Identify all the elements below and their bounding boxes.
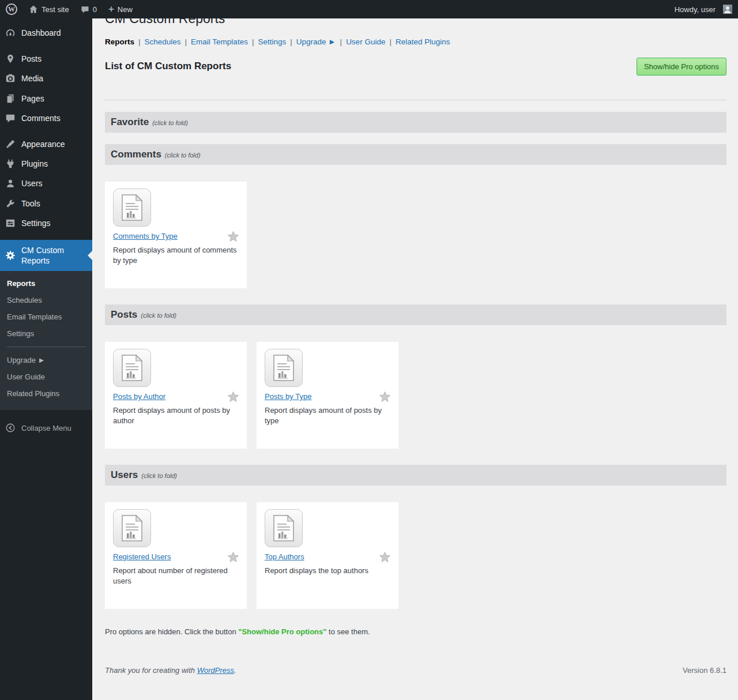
main-content: CM Custom Reports Reports|Schedules|Emai…	[92, 0, 738, 683]
footer-version: Version 6.8.1	[683, 666, 726, 675]
card-title-row: Posts by Type	[265, 392, 390, 402]
home-icon	[29, 5, 38, 14]
report-document-icon[interactable]	[113, 349, 151, 387]
posts-icon	[5, 54, 16, 64]
admin-menu: Dashboard Posts Media Pages	[0, 23, 92, 271]
plugins-icon	[5, 159, 16, 169]
sidebar-item-media[interactable]: Media	[0, 69, 92, 88]
pro-note-highlight: "Show/hide Pro options"	[238, 627, 326, 636]
sidebar-item-posts[interactable]: Posts	[0, 49, 92, 69]
section-fold-hint: (click to fold)	[141, 312, 176, 319]
submenu-item-reports[interactable]: Reports	[0, 275, 92, 292]
report-description: Report displays amount of comments by ty…	[113, 245, 239, 266]
list-header: List of CM Custom Reports Show/hide Pro …	[105, 58, 726, 76]
users-icon	[5, 178, 16, 189]
sidebar-item-plugins[interactable]: Plugins	[0, 154, 92, 174]
sidebar-item-cm-custom-reports[interactable]: CM Custom Reports	[0, 240, 92, 271]
report-link-posts-by-type[interactable]: Posts by Type	[265, 392, 311, 401]
wordpress-logo-icon: W	[6, 3, 17, 15]
section-title: Posts	[111, 309, 137, 321]
tab-settings[interactable]: Settings	[258, 37, 286, 46]
section-header-comments[interactable]: Comments (click to fold)	[105, 144, 726, 165]
tab-separator: |	[252, 37, 254, 46]
favorite-star-icon[interactable]	[379, 392, 390, 402]
submenu-item-schedules[interactable]: Schedules	[0, 292, 92, 308]
submenu-item-settings[interactable]: Settings	[0, 325, 92, 342]
tab-separator: |	[185, 37, 187, 46]
report-card-top-authors: Top Authors Report displays the top auth…	[257, 502, 398, 609]
list-heading: List of CM Custom Reports	[105, 61, 231, 72]
sidebar-item-label: Dashboard	[21, 28, 61, 38]
report-document-icon[interactable]	[265, 509, 303, 547]
sidebar-item-label: Appearance	[21, 139, 65, 149]
admin-bar-comments[interactable]: 0	[75, 0, 103, 18]
submenu-divider	[7, 347, 85, 347]
footer-thanks: Thank you for creating with WordPress.	[105, 666, 236, 675]
report-document-icon[interactable]	[113, 189, 151, 227]
card-title-row: Top Authors	[265, 552, 390, 562]
submenu-item-email-templates[interactable]: Email Templates	[0, 308, 92, 325]
report-link-posts-by-author[interactable]: Posts by Author	[113, 392, 165, 401]
favorite-star-icon[interactable]	[228, 392, 239, 402]
sidebar-item-label: CM Custom Reports	[21, 245, 88, 266]
card-title-row: Registered Users	[113, 552, 239, 562]
media-icon	[5, 73, 16, 84]
section-fold-hint: (click to fold)	[152, 119, 188, 126]
report-description: Report displays amount of posts by autho…	[113, 405, 239, 426]
appearance-icon	[5, 139, 16, 149]
new-content-menu[interactable]: + New	[103, 0, 138, 18]
favorite-star-icon[interactable]	[228, 231, 239, 242]
cards-row-users: Registered Users Report about number of …	[105, 502, 726, 609]
section-header-users[interactable]: Users (click to fold)	[105, 465, 726, 486]
dashboard-icon	[5, 28, 16, 38]
sidebar-item-comments[interactable]: Comments	[0, 108, 92, 128]
tab-user-guide[interactable]: User Guide	[346, 37, 385, 46]
report-document-icon[interactable]	[265, 349, 303, 387]
report-document-icon[interactable]	[113, 509, 151, 547]
sidebar-item-appearance[interactable]: Appearance	[0, 134, 92, 154]
collapse-menu-label: Collapse Menu	[21, 424, 71, 432]
footer-period: .	[234, 666, 236, 675]
tab-reports[interactable]: Reports	[105, 37, 134, 46]
report-link-top-authors[interactable]: Top Authors	[265, 552, 304, 561]
section-title: Users	[111, 469, 138, 481]
show-hide-pro-button[interactable]: Show/hide Pro options	[637, 58, 726, 76]
wordpress-link[interactable]: WordPress	[197, 666, 234, 675]
submenu-item-user-guide[interactable]: User Guide	[0, 368, 92, 385]
submenu-item-upgrade[interactable]: Upgrade ►	[0, 352, 92, 368]
admin-bar-left: W Test site 0 + New	[0, 0, 138, 18]
section-fold-hint: (click to fold)	[165, 152, 201, 159]
sidebar-item-users[interactable]: Users	[0, 174, 92, 193]
tab-email-templates[interactable]: Email Templates	[191, 37, 248, 46]
site-name: Test site	[42, 5, 69, 14]
section-header-favorite[interactable]: Favorite (click to fold)	[105, 112, 726, 133]
submenu-item-related-plugins[interactable]: Related Plugins	[0, 385, 92, 402]
pro-options-note: Pro options are hidden. Click the button…	[105, 627, 726, 636]
report-card-posts-by-type: Posts by Type Report displays amount of …	[257, 342, 398, 449]
report-link-comments-by-type[interactable]: Comments by Type	[113, 232, 178, 240]
avatar	[723, 5, 732, 14]
collapse-menu-button[interactable]: Collapse Menu	[0, 418, 92, 438]
favorite-star-icon[interactable]	[228, 552, 239, 562]
tools-icon	[5, 198, 16, 209]
favorite-star-icon[interactable]	[379, 552, 390, 562]
new-label: New	[118, 5, 133, 14]
report-description: Report displays the top authors	[265, 566, 390, 576]
account-menu[interactable]: Howdy, user	[669, 0, 738, 18]
cm-reports-submenu: Reports Schedules Email Templates Settin…	[0, 271, 92, 410]
site-menu[interactable]: Test site	[23, 0, 75, 18]
sidebar-item-pages[interactable]: Pages	[0, 89, 92, 108]
tab-upgrade[interactable]: Upgrade ►	[296, 37, 336, 46]
sidebar-item-tools[interactable]: Tools	[0, 194, 92, 213]
tab-schedules[interactable]: Schedules	[145, 37, 181, 46]
wordpress-logo-menu[interactable]: W	[0, 0, 23, 18]
comments-bubble-icon	[81, 5, 89, 14]
sidebar-item-settings[interactable]: Settings	[0, 213, 92, 233]
comments-icon	[5, 113, 16, 123]
tab-separator: |	[290, 37, 292, 46]
section-title: Favorite	[111, 116, 149, 128]
report-link-registered-users[interactable]: Registered Users	[113, 552, 171, 561]
section-header-posts[interactable]: Posts (click to fold)	[105, 304, 726, 325]
tab-related-plugins[interactable]: Related Plugins	[396, 37, 450, 46]
sidebar-item-dashboard[interactable]: Dashboard	[0, 23, 92, 43]
